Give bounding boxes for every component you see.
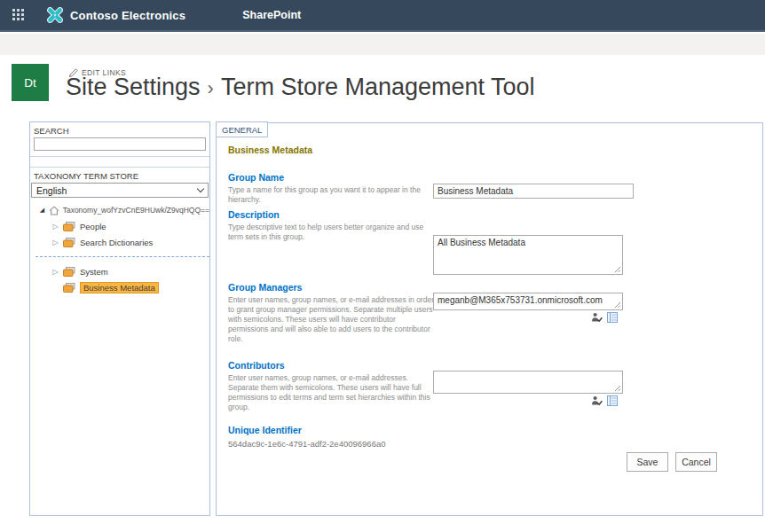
term-group-icon (63, 283, 75, 293)
term-group-icon (63, 267, 75, 277)
suite-bar: Contoso Electronics SharePoint (0, 0, 765, 32)
search-input[interactable] (34, 137, 206, 151)
description-description: Type descriptive text to help users bett… (228, 223, 436, 242)
site-logo[interactable]: Dt (12, 64, 49, 101)
collapsed-triangle-icon[interactable]: ▷ (51, 223, 59, 231)
brand-name: Contoso Electronics (70, 9, 185, 22)
description-textarea[interactable]: All Business Metadata (433, 235, 623, 275)
taxonomy-sidebar: SEARCH TAXONOMY TERM STORE English ◢ Tax… (29, 121, 210, 516)
title-separator: › (201, 77, 221, 99)
sharepoint-link[interactable]: SharePoint (242, 9, 301, 21)
group-name-description: Type a name for this group as you want i… (228, 185, 436, 205)
tree-separator (35, 256, 209, 257)
cancel-button[interactable]: Cancel (675, 452, 717, 472)
group-managers-description: Enter user names, group names, or e-mail… (228, 295, 436, 344)
tree-item-label: People (80, 222, 106, 231)
app-launcher-icon[interactable] (12, 9, 26, 22)
group-managers-label: Group Managers (228, 282, 302, 293)
unique-identifier-label: Unique Identifier (228, 425, 302, 435)
sidebar-spacer (30, 156, 209, 168)
expanded-triangle-icon[interactable]: ◢ (39, 207, 45, 214)
contoso-logo-icon (47, 7, 63, 23)
save-button[interactable]: Save (627, 452, 668, 472)
tree-item-search-dictionaries[interactable]: ▷ Search Dictionaries (30, 234, 209, 250)
group-name-label: Group Name (228, 172, 284, 183)
contributors-label: Contributors (228, 360, 285, 371)
check-names-icon[interactable] (591, 312, 603, 323)
term-group-icon (63, 238, 75, 247)
tree-item-system[interactable]: ▷ System (30, 263, 209, 279)
unique-identifier-value: 564dac9c-1e6c-4791-adf2-2e40096966a0 (228, 439, 385, 449)
page-title: Site Settings›Term Store Management Tool (66, 74, 535, 101)
search-label: SEARCH (34, 126, 209, 136)
address-book-icon[interactable] (607, 312, 618, 323)
brand-link[interactable]: Contoso Electronics (47, 7, 185, 23)
tree-item-label-selected: Business Metadata (80, 282, 159, 293)
language-select[interactable]: English (31, 183, 209, 198)
group-managers-picker-icons (591, 312, 618, 323)
collapsed-triangle-icon[interactable]: ▷ (51, 268, 59, 276)
description-textarea-wrap: All Business Metadata (433, 235, 623, 275)
title-term-store: Term Store Management Tool (221, 74, 535, 100)
tree-root-label: Taxonomy_wofYzvCnE9HUwk/Z9vqHQQ== (63, 206, 209, 215)
contributors-description: Enter user names, group names, or e-mail… (228, 373, 436, 412)
group-managers-textarea-wrap: meganb@M365x753731.onmicrosoft.com (433, 293, 623, 310)
check-names-icon[interactable] (591, 395, 603, 406)
tree-item-label: Search Dictionaries (80, 238, 153, 247)
taxonomy-tree: ◢ Taxonomy_wofYzvCnE9HUwk/Z9vqHQQ== ▷ (30, 202, 209, 295)
tree-item-people[interactable]: ▷ People (30, 218, 209, 234)
group-name-input[interactable] (433, 184, 634, 199)
tree-root-node[interactable]: ◢ Taxonomy_wofYzvCnE9HUwk/Z9vqHQQ== (30, 202, 209, 218)
chevron-down-icon (197, 185, 204, 192)
term-store-label: TAXONOMY TERM STORE (34, 171, 209, 181)
description-label: Description (228, 209, 280, 220)
address-book-icon[interactable] (607, 395, 618, 406)
group-heading: Business Metadata (228, 145, 312, 155)
group-settings-panel: Business Metadata Group Name Type a name… (216, 122, 763, 516)
language-selected: English (36, 185, 67, 196)
tab-general-label: GENERAL (222, 125, 262, 135)
contributors-textarea[interactable] (433, 371, 623, 394)
home-icon (49, 206, 59, 215)
contributors-picker-icons (591, 395, 618, 406)
sub-band (0, 34, 765, 55)
contributors-textarea-wrap (433, 371, 623, 394)
site-logo-text: Dt (24, 76, 36, 90)
tab-general[interactable]: GENERAL (216, 121, 268, 137)
term-group-icon (63, 222, 75, 231)
tree-item-business-metadata[interactable]: Business Metadata (30, 279, 209, 295)
tree-item-label: System (80, 267, 108, 277)
page: Contoso Electronics SharePoint Dt EDIT L… (0, 0, 765, 532)
title-site-settings: Site Settings (66, 74, 201, 100)
collapsed-triangle-icon[interactable]: ▷ (51, 239, 59, 246)
group-managers-textarea[interactable]: meganb@M365x753731.onmicrosoft.com (433, 293, 623, 310)
